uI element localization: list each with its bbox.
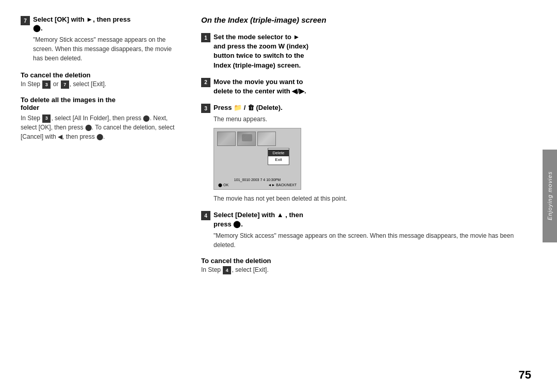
right-column: On the Index (triple-image) screen 1 Set… [201,15,536,377]
cancel-section-right: To cancel the deletion In Step 4, select… [201,257,536,274]
step-badge-3b: 3 [42,115,51,123]
menu-item-exit: Exit [268,156,289,163]
step-badge-7: 7 [61,80,69,89]
post-screen-text: The movie has not yet been deleted at th… [214,194,536,203]
film-strip [217,132,276,146]
right-step-4-title: Select [Delete] with ▲ , thenpress ⬤. [214,210,303,229]
step-badge-4: 4 [223,266,231,274]
step-7-body: "Memory Stick access" message appears on… [33,35,181,63]
step-badge-3a: 3 [42,80,51,89]
right-step-1-header: 1 Set the mode selector to ►and press th… [201,32,536,70]
camera-info-bar: 101_0010 2003 7 4 10:30PM [214,177,301,182]
right-step-4: 4 Select [Delete] with ▲ , thenpress ⬤. … [201,210,536,249]
menu-item-delete: Delete [268,150,289,156]
step-7-badge: 7 [21,16,30,25]
thumb-3 [257,132,276,146]
camera-screen: Delete Exit 101_0010 2003 7 4 10:30PM ⬤ … [214,128,301,190]
delete-all-heading: To delete all the images in thefolder [21,96,181,111]
right-step-3-badge: 3 [201,104,210,113]
right-step-2-title: Move the movie you want todelete to the … [214,77,306,96]
right-step-2: 2 Move the movie you want todelete to th… [201,77,536,96]
page-number: 75 [519,368,531,382]
cancel-body-left: In Step 3 or 7, select [Exit]. [21,80,181,89]
step-4-body: "Memory Stick access" message appears on… [214,231,536,250]
page-container: 7 Select [OK] with ►, then press⬤. "Memo… [0,0,557,392]
cancel-heading-right: To cancel the deletion [201,257,536,265]
menu-box: Delete Exit [268,148,289,165]
right-step-2-header: 2 Move the movie you want todelete to th… [201,77,536,96]
step-7-title: Select [OK] with ►, then press⬤. [33,15,130,33]
ok-control: ⬤ OK [218,183,228,187]
right-step-3: 3 Press 📁 / 🗑 (Delete). The menu appears… [201,103,536,203]
delete-all-section: To delete all the images in thefolder In… [21,96,181,141]
sidebar-tab: Enjoying movies [543,150,557,242]
main-content: 7 Select [OK] with ►, then press⬤. "Memo… [0,0,557,392]
right-step-3-body: The menu appears. [214,115,536,124]
right-column-title: On the Index (triple-image) screen [201,15,536,24]
camera-screen-inner: Delete Exit 101_0010 2003 7 4 10:30PM ⬤ … [214,128,301,189]
right-step-4-badge: 4 [201,211,210,220]
right-step-3-header: 3 Press 📁 / 🗑 (Delete). [201,103,536,113]
right-step-3-title: Press 📁 / 🗑 (Delete). [214,103,283,112]
thumb-2 [237,132,256,146]
right-step-4-header: 4 Select [Delete] with ▲ , thenpress ⬤. [201,210,536,229]
sidebar-tab-label: Enjoying movies [547,171,553,220]
cancel-body-right: In Step 4, select [Exit]. [201,266,536,274]
step-7-header: 7 Select [OK] with ►, then press⬤. [21,15,181,33]
right-step-1-badge: 1 [201,33,210,42]
thumb-1 [217,132,236,146]
left-column: 7 Select [OK] with ►, then press⬤. "Memo… [21,15,181,377]
cancel-heading-left: To cancel the deletion [21,71,181,79]
cancel-section-left: To cancel the deletion In Step 3 or 7, s… [21,71,181,89]
right-title-text: On the Index (triple-image) screen [201,15,326,24]
camera-controls-bar: ⬤ OK ◄► BACK/NEXT [214,183,301,187]
delete-all-body: In Step 3, select [All In Folder], then … [21,113,181,141]
right-step-1-title: Set the mode selector to ►and press the … [214,32,308,70]
nav-control: ◄► BACK/NEXT [268,183,297,187]
right-step-1: 1 Set the mode selector to ►and press th… [201,32,536,70]
right-step-2-badge: 2 [201,78,210,87]
step-7: 7 Select [OK] with ►, then press⬤. "Memo… [21,15,181,63]
